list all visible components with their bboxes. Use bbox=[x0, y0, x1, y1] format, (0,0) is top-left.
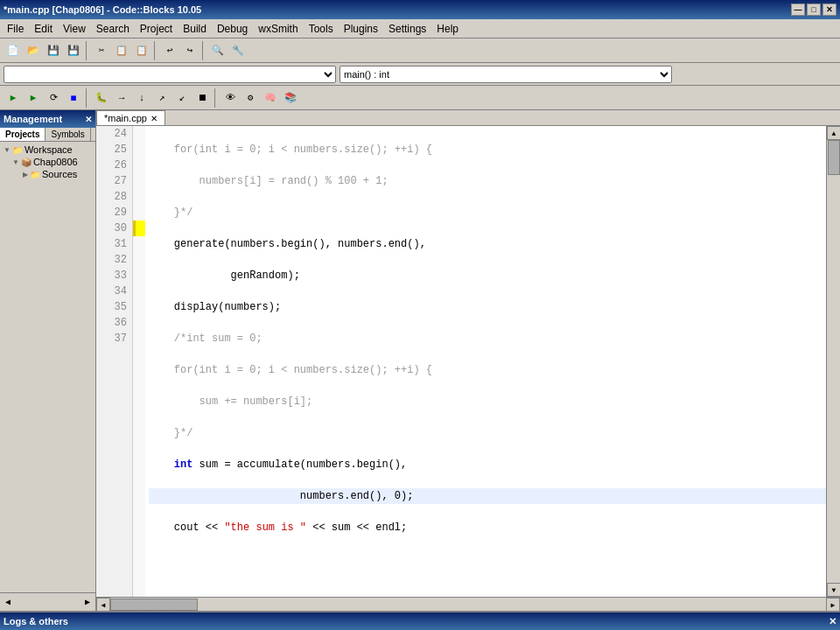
close-button[interactable]: ✕ bbox=[822, 4, 836, 16]
menu-plugins[interactable]: Plugins bbox=[339, 19, 383, 38]
chap0806-icon: 📦 bbox=[21, 158, 32, 167]
sources-icon: 📁 bbox=[30, 170, 40, 179]
menu-search[interactable]: Search bbox=[91, 19, 135, 38]
tab-projects[interactable]: Projects bbox=[0, 128, 46, 141]
logs-close-button[interactable]: ✕ bbox=[829, 616, 836, 627]
code-line-36: cout << "the sum is " << sum << endl; bbox=[149, 520, 826, 536]
tb-watches[interactable]: 👁 bbox=[220, 88, 240, 108]
function-selector[interactable]: main() : int bbox=[340, 66, 672, 83]
tab-label: *main.cpp bbox=[104, 113, 147, 123]
logs-header: Logs & others ✕ bbox=[0, 612, 840, 630]
tb-run[interactable]: ▶ bbox=[24, 88, 43, 108]
tree-nav: ◀ ▶ bbox=[0, 592, 95, 611]
code-line-27: generate(numbers.begin(), numbers.end(), bbox=[149, 236, 826, 252]
chap0806-label: Chap0806 bbox=[33, 157, 78, 167]
nav-forward[interactable]: ▶ bbox=[81, 595, 94, 609]
tb-next-line[interactable]: ↓ bbox=[132, 88, 151, 108]
sources-arrow: ▶ bbox=[23, 171, 28, 178]
tab-close-icon[interactable]: ✕ bbox=[150, 114, 158, 123]
toolbar-sep-1 bbox=[86, 41, 89, 60]
scroll-down-button[interactable]: ▼ bbox=[827, 583, 840, 597]
code-editor[interactable]: for(int i = 0; i < numbers.size(); ++i) … bbox=[145, 126, 826, 597]
code-line-37 bbox=[149, 551, 826, 567]
scroll-track[interactable] bbox=[827, 140, 840, 583]
tb-paste[interactable]: 📋 bbox=[132, 41, 151, 60]
menu-project[interactable]: Project bbox=[135, 19, 178, 38]
hscroll-right-button[interactable]: ▶ bbox=[826, 598, 840, 611]
tb-replace[interactable]: 🔧 bbox=[228, 41, 248, 60]
tb-stop[interactable]: ◼ bbox=[64, 88, 83, 108]
menu-file[interactable]: File bbox=[2, 19, 29, 38]
line-numbers: 24 25 26 27 28 29 30 31 32 33 34 35 36 3… bbox=[96, 126, 133, 597]
panel-header: Management ✕ bbox=[0, 110, 95, 128]
tb-saveall[interactable]: 💾 bbox=[64, 41, 83, 60]
vertical-scrollbar[interactable]: ▲ ▼ bbox=[826, 126, 840, 597]
menu-view[interactable]: View bbox=[58, 19, 91, 38]
menu-settings[interactable]: Settings bbox=[383, 19, 431, 38]
code-line-35: numbers.end(), 0); bbox=[149, 488, 826, 504]
tab-symbols[interactable]: Symbols bbox=[46, 128, 90, 141]
hscroll-thumb[interactable] bbox=[110, 598, 198, 611]
code-content[interactable]: 24 25 26 27 28 29 30 31 32 33 34 35 36 3… bbox=[96, 126, 826, 597]
nav-back[interactable]: ◀ bbox=[2, 595, 14, 609]
hscroll-track[interactable] bbox=[110, 598, 826, 611]
main-area: Management ✕ Projects Symbols ▼ 📁 Worksp… bbox=[0, 110, 840, 611]
function-bar: main() : int bbox=[0, 63, 840, 86]
left-panel: Management ✕ Projects Symbols ▼ 📁 Worksp… bbox=[0, 110, 96, 611]
tb-step-out[interactable]: ↙ bbox=[172, 88, 192, 108]
panel-close-button[interactable]: ✕ bbox=[85, 115, 92, 124]
menu-tools[interactable]: Tools bbox=[304, 19, 339, 38]
code-area: *main.cpp ✕ 24 25 26 27 28 29 30 31 32 3… bbox=[96, 110, 840, 611]
code-line-28: genRandom); bbox=[149, 268, 826, 284]
code-line-25: numbers[i] = rand() % 100 + 1; bbox=[149, 173, 826, 189]
tb-rebuild[interactable]: ⟳ bbox=[44, 88, 63, 108]
tb-memory[interactable]: 🧠 bbox=[261, 88, 280, 108]
tb-run-to[interactable]: → bbox=[112, 88, 131, 108]
tb-stop-debug[interactable]: ⏹ bbox=[192, 88, 212, 108]
code-line-29: display(numbers); bbox=[149, 299, 826, 315]
code-line-32: sum += numbers[i]; bbox=[149, 394, 826, 410]
scope-selector[interactable] bbox=[4, 66, 336, 83]
menu-edit[interactable]: Edit bbox=[29, 19, 58, 38]
tb-step-in[interactable]: ↗ bbox=[152, 88, 172, 108]
title-bar: *main.cpp [Chap0806] - Code::Blocks 10.0… bbox=[0, 0, 840, 19]
workspace-label: Workspace bbox=[24, 144, 73, 155]
editor-tab-main-cpp[interactable]: *main.cpp ✕ bbox=[96, 110, 165, 125]
tb-debug[interactable]: 🐛 bbox=[92, 88, 111, 108]
tree-item-chap0806[interactable]: ▼ 📦 Chap0806 bbox=[2, 156, 94, 168]
tab-bar: *main.cpp ✕ bbox=[96, 110, 840, 126]
minimize-button[interactable]: — bbox=[791, 4, 805, 16]
tb-redo[interactable]: ↪ bbox=[180, 41, 200, 60]
tb-new[interactable]: 📄 bbox=[4, 41, 23, 60]
tree-item-sources[interactable]: ▶ 📁 Sources bbox=[2, 168, 94, 180]
hscroll-left-button[interactable]: ◀ bbox=[96, 598, 110, 611]
code-line-24: for(int i = 0; i < numbers.size(); ++i) … bbox=[149, 142, 826, 158]
tb-find[interactable]: 🔍 bbox=[208, 41, 228, 60]
code-line-26: }*/ bbox=[149, 205, 826, 220]
tree-item-workspace[interactable]: ▼ 📁 Workspace bbox=[2, 144, 94, 156]
toolbar-sep-2 bbox=[154, 41, 158, 60]
maximize-button[interactable]: □ bbox=[807, 4, 821, 16]
menu-bar: File Edit View Search Project Build Debu… bbox=[0, 19, 840, 38]
toolbar2-sep-2 bbox=[214, 88, 218, 108]
menu-wxsmith[interactable]: wxSmith bbox=[253, 19, 303, 38]
tb-cut[interactable]: ✂ bbox=[92, 41, 111, 60]
tb-call-stack[interactable]: 📚 bbox=[281, 88, 300, 108]
tb-copy[interactable]: 📋 bbox=[112, 41, 131, 60]
tb-save[interactable]: 💾 bbox=[44, 41, 63, 60]
gutter bbox=[133, 126, 145, 597]
toolbar-sep-3 bbox=[202, 41, 206, 60]
menu-build[interactable]: Build bbox=[178, 19, 212, 38]
logs-title: Logs & others bbox=[4, 616, 68, 626]
horizontal-scrollbar[interactable]: ◀ ▶ bbox=[96, 597, 840, 611]
scroll-up-button[interactable]: ▲ bbox=[827, 126, 840, 140]
tb-open[interactable]: 📂 bbox=[24, 41, 43, 60]
code-line-33: }*/ bbox=[149, 425, 826, 441]
tb-undo[interactable]: ↩ bbox=[160, 41, 179, 60]
tb-build-run[interactable]: ▶ bbox=[4, 88, 23, 108]
menu-help[interactable]: Help bbox=[431, 19, 464, 38]
scroll-thumb[interactable] bbox=[828, 140, 840, 175]
workspace-icon: 📁 bbox=[12, 145, 23, 155]
tb-cpu-regs[interactable]: ⚙ bbox=[241, 88, 260, 108]
menu-debug[interactable]: Debug bbox=[212, 19, 253, 38]
